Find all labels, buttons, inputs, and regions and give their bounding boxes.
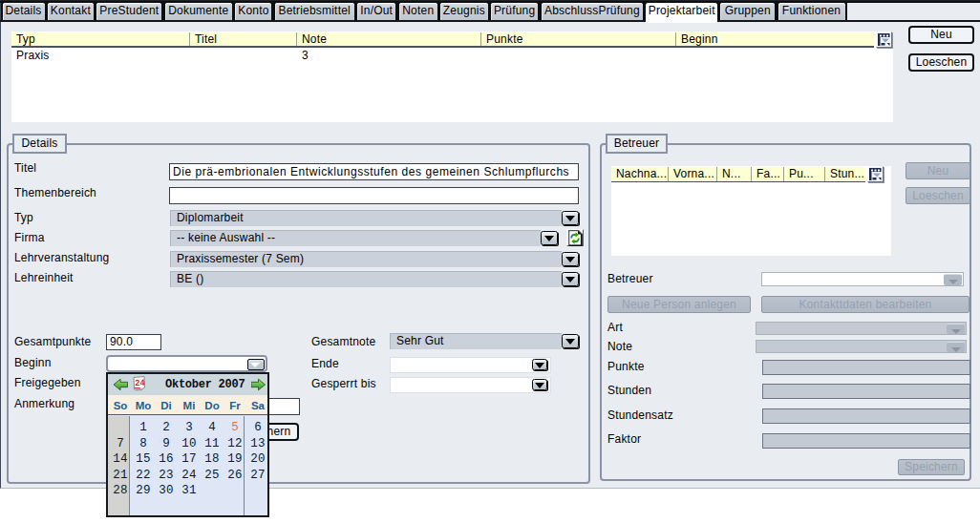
svg-text:24: 24 [135,378,145,388]
